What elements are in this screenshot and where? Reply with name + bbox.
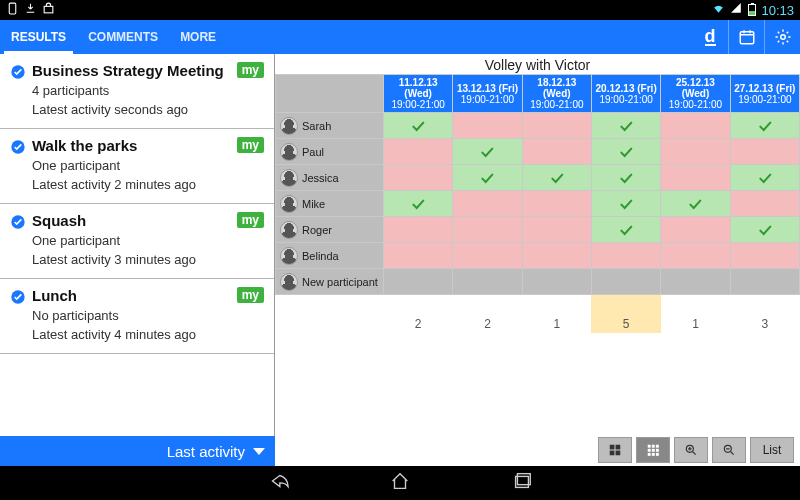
grid-column-header[interactable]: 18.12.13 (Wed)19:00-21:00 [522, 75, 591, 113]
availability-cell[interactable] [591, 113, 660, 139]
count-cell: 2 [384, 295, 453, 333]
settings-button[interactable] [764, 20, 800, 54]
poll-item[interactable]: SquashmyOne participantLatest activity 3… [0, 204, 274, 279]
participant-name-cell[interactable]: Mike [276, 191, 384, 217]
availability-cell[interactable] [591, 139, 660, 165]
svg-rect-1 [44, 6, 53, 12]
poll-participants: No participants [32, 307, 264, 324]
view-large-grid-button[interactable] [598, 437, 632, 463]
availability-cell[interactable] [384, 191, 453, 217]
sort-button[interactable]: Last activity [0, 436, 275, 466]
poll-title: Lunch [32, 287, 231, 305]
availability-cell[interactable] [661, 243, 730, 269]
home-button[interactable] [389, 470, 411, 496]
svg-rect-9 [616, 445, 621, 450]
availability-cell[interactable] [661, 165, 730, 191]
grid-column-header[interactable]: 13.12.13 (Fri)19:00-21:00 [453, 75, 522, 113]
count-cell: 1 [522, 295, 591, 333]
participant-name: Sarah [302, 120, 331, 132]
poll-item[interactable]: LunchmyNo participantsLatest activity 4 … [0, 279, 274, 354]
availability-cell[interactable] [661, 113, 730, 139]
availability-cell[interactable] [384, 217, 453, 243]
availability-cell[interactable] [384, 269, 453, 295]
availability-cell[interactable] [591, 217, 660, 243]
availability-grid-panel: Volley with Victor 11.12.13 (Wed)19:00-2… [275, 54, 800, 466]
download-icon [24, 2, 37, 18]
availability-cell[interactable] [661, 217, 730, 243]
participant-name: New participant [302, 276, 378, 288]
zoom-out-button[interactable] [712, 437, 746, 463]
availability-cell[interactable] [522, 269, 591, 295]
store-icon [42, 2, 55, 18]
svg-rect-18 [648, 453, 651, 456]
participant-name: Paul [302, 146, 324, 158]
grid-row: Paul [276, 139, 800, 165]
availability-cell[interactable] [453, 165, 522, 191]
topbar-tabs: RESULTS COMMENTS MORE [0, 20, 227, 54]
availability-cell[interactable] [730, 113, 799, 139]
availability-cell[interactable] [591, 269, 660, 295]
availability-cell[interactable] [453, 269, 522, 295]
availability-cell[interactable] [453, 113, 522, 139]
participant-name-cell[interactable]: New participant [276, 269, 384, 295]
availability-cell[interactable] [384, 243, 453, 269]
availability-cell[interactable] [522, 139, 591, 165]
availability-cell[interactable] [522, 165, 591, 191]
zoom-in-button[interactable] [674, 437, 708, 463]
participant-name-cell[interactable]: Jessica [276, 165, 384, 191]
participant-name-cell[interactable]: Paul [276, 139, 384, 165]
poll-item[interactable]: Business Strategy Meetingmy4 participant… [0, 54, 274, 129]
availability-cell[interactable] [453, 217, 522, 243]
tab-more[interactable]: MORE [169, 20, 227, 54]
poll-participants: 4 participants [32, 82, 264, 99]
recent-apps-button[interactable] [511, 470, 533, 496]
availability-cell[interactable] [453, 243, 522, 269]
availability-cell[interactable] [522, 191, 591, 217]
calendar-button[interactable] [728, 20, 764, 54]
availability-cell[interactable] [522, 217, 591, 243]
availability-cell[interactable] [730, 139, 799, 165]
availability-cell[interactable] [591, 191, 660, 217]
grid-column-header[interactable]: 20.12.13 (Fri)19:00-21:00 [591, 75, 660, 113]
participant-name: Mike [302, 198, 325, 210]
tab-results[interactable]: RESULTS [0, 20, 77, 54]
tablet-icon [6, 2, 19, 18]
availability-cell[interactable] [591, 165, 660, 191]
participant-name-cell[interactable]: Roger [276, 217, 384, 243]
grid-row: Jessica [276, 165, 800, 191]
availability-cell[interactable] [384, 165, 453, 191]
participant-name-cell[interactable]: Belinda [276, 243, 384, 269]
avatar-icon [280, 247, 298, 265]
availability-cell[interactable] [384, 113, 453, 139]
availability-cell[interactable] [522, 113, 591, 139]
poll-title: Business Strategy Meeting [32, 62, 231, 80]
poll-participants: One participant [32, 232, 264, 249]
grid-column-header[interactable]: 11.12.13 (Wed)19:00-21:00 [384, 75, 453, 113]
availability-cell[interactable] [730, 217, 799, 243]
availability-cell[interactable] [730, 165, 799, 191]
availability-cell[interactable] [661, 139, 730, 165]
availability-cell[interactable] [730, 243, 799, 269]
grid-column-header[interactable]: 25.12.13 (Wed)19:00-21:00 [661, 75, 730, 113]
svg-rect-12 [648, 445, 651, 448]
availability-cell[interactable] [453, 139, 522, 165]
poll-item[interactable]: Walk the parksmyOne participantLatest ac… [0, 129, 274, 204]
view-small-grid-button[interactable] [636, 437, 670, 463]
view-list-button[interactable]: List [750, 437, 794, 463]
availability-cell[interactable] [661, 191, 730, 217]
battery-icon [748, 4, 756, 16]
availability-cell[interactable] [661, 269, 730, 295]
availability-cell[interactable] [453, 191, 522, 217]
back-button[interactable] [267, 470, 289, 496]
tab-comments[interactable]: COMMENTS [77, 20, 169, 54]
participant-name: Belinda [302, 250, 339, 262]
availability-cell[interactable] [730, 269, 799, 295]
availability-cell[interactable] [591, 243, 660, 269]
availability-cell[interactable] [730, 191, 799, 217]
svg-point-3 [780, 35, 785, 40]
my-badge: my [237, 212, 264, 228]
participant-name-cell[interactable]: Sarah [276, 113, 384, 139]
availability-cell[interactable] [384, 139, 453, 165]
availability-cell[interactable] [522, 243, 591, 269]
grid-column-header[interactable]: 27.12.13 (Fri)19:00-21:00 [730, 75, 799, 113]
